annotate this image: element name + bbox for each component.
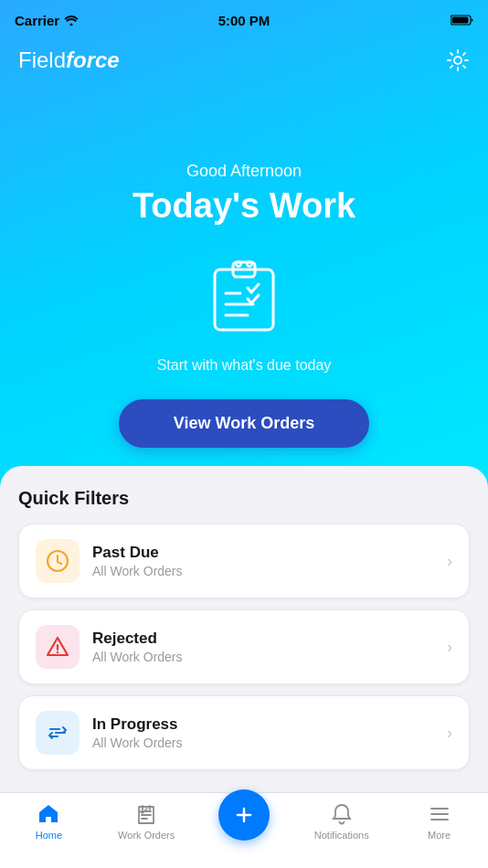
notifications-icon xyxy=(330,802,354,826)
bottom-nav: Home Work Orders Notifications More xyxy=(0,792,488,868)
hero-title: Today's Work xyxy=(133,186,355,226)
clipboard-icon xyxy=(207,253,281,335)
work-orders-icon xyxy=(134,802,158,826)
rejected-icon-wrap xyxy=(36,625,80,669)
rejected-text: Rejected All Work Orders xyxy=(92,630,434,664)
hero-subtitle: Start with what's due today xyxy=(157,357,332,374)
svg-point-3 xyxy=(454,57,461,64)
rejected-sub: All Work Orders xyxy=(92,650,434,664)
battery-icon xyxy=(451,15,473,26)
status-bar: Carrier 5:00 PM xyxy=(0,0,488,40)
settings-button[interactable] xyxy=(446,48,470,72)
add-button[interactable] xyxy=(218,789,270,841)
logo-text: Fieldforce xyxy=(18,48,120,73)
app-logo: Fieldforce xyxy=(18,48,120,73)
filter-rejected[interactable]: Rejected All Work Orders › xyxy=(18,609,470,684)
nav-add[interactable] xyxy=(212,802,276,841)
svg-point-6 xyxy=(237,262,241,267)
progress-icon xyxy=(45,720,70,746)
app-header: Fieldforce xyxy=(0,40,488,80)
svg-rect-2 xyxy=(452,17,469,24)
past-due-sub: All Work Orders xyxy=(92,564,434,578)
view-work-orders-button[interactable]: View Work Orders xyxy=(119,399,369,448)
status-time: 5:00 PM xyxy=(218,13,271,28)
past-due-text: Past Due All Work Orders xyxy=(92,544,434,578)
svg-point-9 xyxy=(57,651,58,653)
plus-icon xyxy=(233,804,255,826)
past-due-name: Past Due xyxy=(92,544,434,562)
filter-in-progress[interactable]: In Progress All Work Orders › xyxy=(18,695,470,770)
filter-past-due[interactable]: Past Due All Work Orders › xyxy=(18,524,470,598)
rejected-name: Rejected xyxy=(92,630,434,648)
content-area: Quick Filters Past Due All Work Orders ›… xyxy=(0,466,488,792)
nav-notifications-label: Notifications xyxy=(314,830,369,841)
nav-more-label: More xyxy=(428,830,451,841)
nav-more[interactable]: More xyxy=(408,802,472,841)
clock-icon xyxy=(45,548,70,574)
nav-work-orders-label: Work Orders xyxy=(118,830,175,841)
quick-filters-title: Quick Filters xyxy=(18,488,470,509)
hero-greeting: Good Afternoon xyxy=(186,162,302,181)
nav-home[interactable]: Home xyxy=(16,802,80,841)
in-progress-text: In Progress All Work Orders xyxy=(92,715,434,750)
past-due-icon-wrap xyxy=(36,539,80,583)
in-progress-icon-wrap xyxy=(36,711,80,755)
in-progress-arrow: › xyxy=(447,724,452,743)
nav-work-orders[interactable]: Work Orders xyxy=(114,802,178,841)
svg-point-7 xyxy=(248,262,252,267)
more-icon xyxy=(428,802,451,826)
warning-icon xyxy=(45,634,70,660)
gear-icon xyxy=(446,48,470,72)
in-progress-name: In Progress xyxy=(92,715,434,734)
rejected-arrow: › xyxy=(447,638,452,657)
svg-rect-4 xyxy=(215,270,273,330)
nav-notifications[interactable]: Notifications xyxy=(310,802,374,841)
hero-section: Fieldforce Good Afternoon Today's Work xyxy=(0,0,488,493)
svg-point-0 xyxy=(70,24,73,26)
in-progress-sub: All Work Orders xyxy=(92,736,434,750)
home-icon xyxy=(37,802,60,826)
past-due-arrow: › xyxy=(447,552,452,571)
wifi-icon xyxy=(64,15,79,26)
carrier-text: Carrier xyxy=(15,13,79,28)
nav-home-label: Home xyxy=(36,830,62,841)
